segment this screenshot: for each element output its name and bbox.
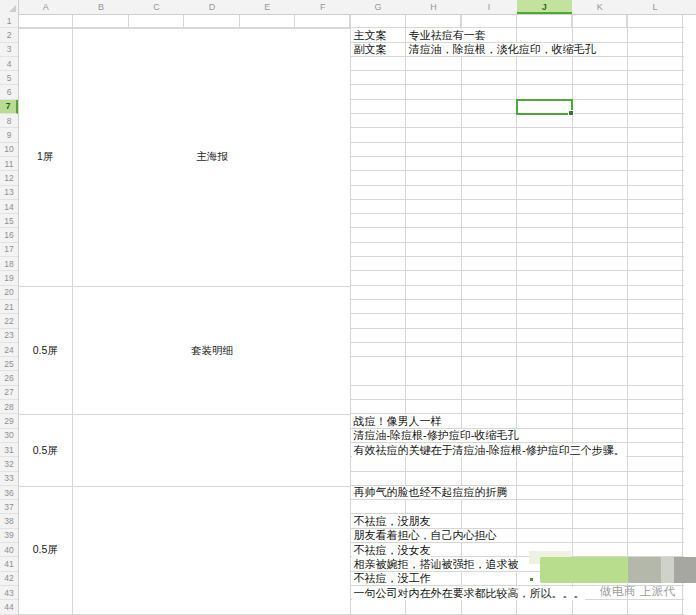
cell-screen-4[interactable]: 0.5屏 <box>18 486 73 615</box>
spreadsheet: ABCDEFGHIJKL 123456789101112131415161718… <box>0 0 696 615</box>
column-header-D[interactable]: D <box>184 0 239 14</box>
cell-section4-body[interactable] <box>73 486 350 615</box>
column-header-E[interactable]: E <box>240 0 295 14</box>
cell-G30[interactable]: 清痘油-除痘根-修护痘印-收缩毛孔 <box>352 429 519 442</box>
blur-block <box>661 557 674 583</box>
row-header-19[interactable]: 19 <box>0 271 18 285</box>
blur-block <box>674 557 696 583</box>
row-header-32[interactable]: 32 <box>0 457 18 471</box>
cell-screen-2[interactable]: 0.5屏 <box>18 286 73 415</box>
watermark-text: 做电商 上派代 <box>600 584 676 599</box>
blur-block <box>540 557 628 583</box>
row-header-12[interactable]: 12 <box>0 171 18 185</box>
cell-screen-1[interactable]: 1屏 <box>18 28 73 285</box>
row-header-22[interactable]: 22 <box>0 314 18 328</box>
cell-set-details[interactable]: 套装明细 <box>73 286 350 415</box>
cell-G42[interactable]: 不祛痘，没工作 <box>352 572 431 585</box>
row-header-40[interactable]: 40 <box>0 543 18 557</box>
cell-G31[interactable]: 有效祛痘的关键在于清痘油-除痘根-修护痘印三个步骤。 <box>352 444 625 457</box>
cell-G3[interactable]: 副文案 <box>352 43 387 56</box>
row-header-13[interactable]: 13 <box>0 186 18 200</box>
row-header-16[interactable]: 16 <box>0 229 18 243</box>
column-header-G[interactable]: G <box>350 0 405 14</box>
cell-screen-3[interactable]: 0.5屏 <box>18 414 73 486</box>
row-header-20[interactable]: 20 <box>0 286 18 300</box>
cell-H2[interactable]: 专业祛痘有一套 <box>408 29 487 42</box>
selected-cell-J7[interactable] <box>516 99 573 115</box>
row-header-27[interactable]: 27 <box>0 386 18 400</box>
row-header-36[interactable]: 36 <box>0 486 18 500</box>
row-header-2[interactable]: 2 <box>0 28 18 42</box>
row-header-33[interactable]: 33 <box>0 472 18 486</box>
cell-G39[interactable]: 朋友看着担心，自己内心担心 <box>352 529 497 542</box>
column-header-J[interactable]: J <box>517 0 572 14</box>
row-header-42[interactable]: 42 <box>0 572 18 586</box>
fill-handle[interactable] <box>568 110 574 116</box>
row-header-24[interactable]: 24 <box>0 343 18 357</box>
row-header-14[interactable]: 14 <box>0 200 18 214</box>
row-header-9[interactable]: 9 <box>0 128 18 142</box>
column-header-bar: ABCDEFGHIJKL <box>0 0 696 15</box>
row-header-41[interactable]: 41 <box>0 557 18 571</box>
row-header-8[interactable]: 8 <box>0 114 18 128</box>
row-header-5[interactable]: 5 <box>0 71 18 85</box>
column-header-K[interactable]: K <box>572 0 627 14</box>
row-header-1[interactable]: 1 <box>0 14 18 28</box>
row-header-44[interactable]: 44 <box>0 600 18 614</box>
row-header-17[interactable]: 17 <box>0 243 18 257</box>
cell-G41[interactable]: 相亲被婉拒，搭讪被强拒，追求被 <box>352 558 519 571</box>
blur-block <box>530 578 533 581</box>
row-header-6[interactable]: 6 <box>0 86 18 100</box>
row-header-bar: 1234567891011121314151617181920212223242… <box>0 14 19 615</box>
cell-G36[interactable]: 再帅气的脸也经不起痘痘的折腾 <box>352 486 508 499</box>
row-header-28[interactable]: 28 <box>0 400 18 414</box>
row-header-29[interactable]: 29 <box>0 414 18 428</box>
row-header-10[interactable]: 10 <box>0 143 18 157</box>
select-all-triangle-icon <box>9 5 16 12</box>
row-header-7[interactable]: 7 <box>0 100 18 114</box>
column-header-C[interactable]: C <box>129 0 184 14</box>
row-header-37[interactable]: 37 <box>0 500 18 514</box>
row-header-39[interactable]: 39 <box>0 529 18 543</box>
row-header-23[interactable]: 23 <box>0 329 18 343</box>
column-header-L[interactable]: L <box>627 0 682 14</box>
cell-G38[interactable]: 不祛痘，没朋友 <box>352 515 431 528</box>
cell-H3[interactable]: 清痘油，除痘根，淡化痘印，收缩毛孔 <box>408 43 597 56</box>
column-header-H[interactable]: H <box>406 0 461 14</box>
row-header-38[interactable]: 38 <box>0 515 18 529</box>
row-header-26[interactable]: 26 <box>0 372 18 386</box>
row-header-18[interactable]: 18 <box>0 257 18 271</box>
column-header-A[interactable]: A <box>18 0 73 14</box>
cell-G43[interactable]: 一句公司对内在外在要求都比较高，所以。。。 <box>352 587 585 600</box>
row-header-15[interactable]: 15 <box>0 214 18 228</box>
cell-G29[interactable]: 战痘！像男人一样 <box>352 415 442 428</box>
cell-G2[interactable]: 主文案 <box>352 29 387 42</box>
row-header-25[interactable]: 25 <box>0 357 18 371</box>
cell-section3-body[interactable] <box>73 414 350 486</box>
cell-G40[interactable]: 不祛痘，没女友 <box>352 544 431 557</box>
row-header-4[interactable]: 4 <box>0 57 18 71</box>
row-header-30[interactable]: 30 <box>0 429 18 443</box>
blur-block <box>628 557 661 583</box>
row-header-43[interactable]: 43 <box>0 586 18 600</box>
column-header-B[interactable]: B <box>73 0 128 14</box>
row-header-11[interactable]: 11 <box>0 157 18 171</box>
select-all-button[interactable] <box>0 0 19 14</box>
row-header-3[interactable]: 3 <box>0 43 18 57</box>
cell-main-poster[interactable]: 主海报 <box>73 28 350 285</box>
column-header-F[interactable]: F <box>295 0 350 14</box>
row-header-31[interactable]: 31 <box>0 443 18 457</box>
column-header-I[interactable]: I <box>461 0 516 14</box>
row-header-21[interactable]: 21 <box>0 300 18 314</box>
